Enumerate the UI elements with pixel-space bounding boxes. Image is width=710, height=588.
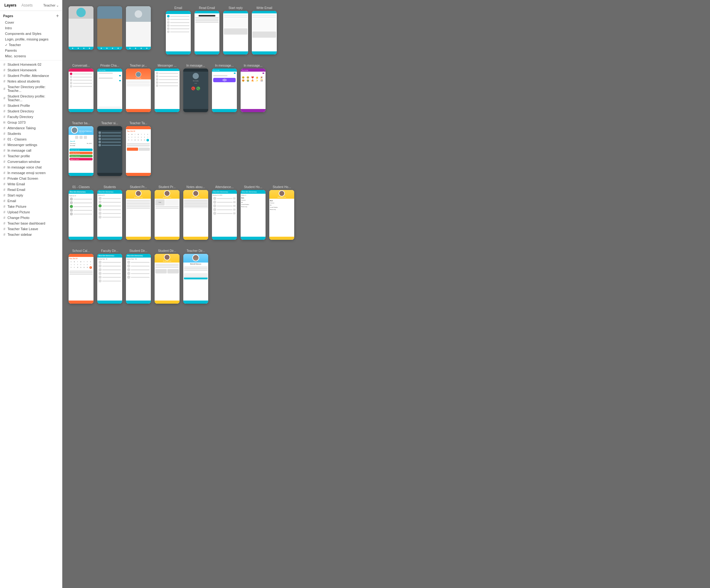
frame-messenger-settings: Messenger ... [155,64,180,112]
hash-icon: # [2,160,6,164]
frame-write-email: Write Email [252,6,277,54]
frame-email: Email [166,6,191,54]
phone-mockup: Elizabeth Frost [126,190,151,240]
phone-mockup [97,126,122,176]
phone-mockup: Tue, Oct 14 SMTWTFS 1234567 891011121314 [69,254,94,304]
row-messaging: Conversati... Private [69,64,704,112]
page-item[interactable]: Intro [3,25,59,31]
frame-in-message-call: In message... Kim Landry 00:13 📞 [183,64,208,112]
phone-mockup [69,6,94,50]
phone-mockup: Kim Landry [126,69,151,112]
frame-teacher-profile: Teacher pr... Kim Landry [126,64,151,112]
page-item[interactable]: Parents [3,48,59,53]
phone-mockup: Kim Landry 00:13 📞 📞 [183,69,208,112]
frame-student-hw-2: Student Ho... Elizabeth Frost Math Scien… [269,185,294,240]
layer-item-student-dir-profile[interactable]: # Student Directory profile: Teacher... [0,93,62,103]
phone-mockup: West Elm Elementary Faculty Total 83 [97,254,122,304]
frame-label: Student Pr... [129,185,147,189]
page-item[interactable]: Login, profile, missing pages [3,36,59,42]
hash-icon: # [2,87,6,91]
layer-item-notes-students[interactable]: # Notes about students [0,78,62,84]
layer-item-student-hw-02[interactable]: # Student Homework 02 [0,62,62,67]
phone-mockup [194,11,219,54]
page-item[interactable]: Misc. screens [3,53,59,59]
tab-layers[interactable]: Layers [3,2,18,8]
page-item-teacher[interactable]: ✓ Teacher [3,42,59,48]
hash-icon: # [2,188,6,192]
hash-icon: # [2,204,6,209]
phone-mockup: West Elm Elementary Students 13 [69,190,94,240]
phone-mockup: Tue, Oct 14 SMTWTFS 1234567 891011121314 [126,126,151,176]
frame-label: Students [103,185,116,189]
hash-icon: # [2,193,6,197]
hash-icon: # [2,68,6,72]
hash-icon: # [2,126,6,130]
layer-item-teacher-dir-profile[interactable]: # Teacher Directory profile: Teache... [0,84,62,93]
row-photo-email: Email R [69,6,704,54]
frame-label: Write Email [257,6,273,10]
layer-item-upload-picture[interactable]: # Upload Picture [0,209,62,215]
tab-assets[interactable]: Assets [20,2,34,8]
layer-item-student-profile-attendance[interactable]: # Student Profile: Attendance [0,73,62,78]
layer-item-student-directory[interactable]: # Student Directory [0,108,62,114]
layer-item-read-email[interactable]: # Read Email [0,187,62,193]
layer-item-conversation-window[interactable]: # Conversation window [0,159,62,165]
layer-item-teacher-profile[interactable]: # Teacher profile [0,153,62,159]
layer-item-take-picture[interactable]: # Take Picture [0,204,62,209]
layer-item-group-1073[interactable]: ⊞ Group 1073 [0,120,62,125]
frame-label: Start reply [229,6,243,10]
layer-item-email[interactable]: # Email [0,198,62,204]
layer-item-private-chat[interactable]: # Private Chat Screen [0,176,62,181]
frame-teacher-dir: Teacher Dir... Michelle Patterson [183,249,208,304]
phone-mockup [223,11,248,54]
frame-label: Teacher Ta... [129,121,147,125]
phone-mockup: Elizabeth Frost [155,254,180,304]
frame-student-profile-1: Student Pr... Elizabeth Frost [126,185,151,240]
layer-item-in-message-call[interactable]: # In message call [0,148,62,153]
user-label: Teacher ⌄ [43,3,59,7]
hash-icon: # [2,115,6,119]
layer-item-teacher-take-leave[interactable]: # Teacher Take Leave [0,226,62,232]
hash-icon: # [2,96,6,100]
frame-label: Email [174,6,182,10]
frame-teacher-base: Teacher ba... Michelle Patterson Class 4… [69,121,94,176]
layer-item-student-hw[interactable]: # Student Homework [0,67,62,73]
sidebar: Layers Assets Teacher ⌄ Pages + Cover In… [0,0,62,588]
frame-student-dir-1: Student Dir... West Elm Elementary Stude… [126,249,151,304]
hash-icon: # [2,216,6,220]
layer-item-in-message-emoji[interactable]: # In message emoji screen [0,170,62,176]
add-page-button[interactable]: + [56,14,59,18]
phone-mockup: Michelle Patterson Class 4C Class 4C [69,126,94,176]
page-item[interactable]: Cover [3,20,59,25]
frame-label: Faculty Dir... [101,249,118,252]
layer-item-student-profile[interactable]: # Student Profile [0,103,62,108]
phone-mockup [126,6,151,50]
frame-photo2 [97,6,122,50]
frame-start-reply: Start reply [223,6,248,54]
layer-item-start-reply[interactable]: # Start reply [0,193,62,198]
layer-item-faculty-directory[interactable]: # Faculty Directory [0,114,62,120]
page-item[interactable]: Components and Styles [3,31,59,36]
layer-item-attendance[interactable]: # Attendance Taking [0,125,62,131]
phone-mockup [69,69,94,112]
frame-school-calendar: School Cal... Tue, Oct 14 SMTWTFS 123456… [69,249,94,304]
layer-item-01-classes[interactable]: # 01 - Classes [0,137,62,142]
phone-mockup [155,69,180,112]
frame-label: Notes abou... [186,185,205,189]
layer-item-change-photo[interactable]: # Change Photo [0,215,62,220]
phone-mockup: Michelle Patterson [183,254,208,304]
canvas[interactable]: Email R [62,0,710,588]
layer-item-messenger-settings[interactable]: # Messenger settings [0,142,62,148]
layer-item-write-email[interactable]: # Write Email [0,181,62,187]
hash-icon: # [2,109,6,113]
layer-item-in-message-voice-chat[interactable]: # In message voice chat [0,165,62,170]
layer-item-teacher-base-dashboard[interactable]: # Teacher base dashboard [0,220,62,226]
layer-item-teacher-sidebar[interactable]: # Teacher sidebar [0,232,62,237]
pages-section: Pages + Cover Intro Components and Style… [0,11,62,60]
layer-item-students[interactable]: # Students [0,131,62,137]
frame-conversation: Conversati... [69,64,94,112]
frame-private-chat: Private Cha... Kim Landry [97,64,122,112]
hash-icon: # [2,165,6,169]
hash-icon: # [2,137,6,141]
hash-icon: # [2,104,6,107]
